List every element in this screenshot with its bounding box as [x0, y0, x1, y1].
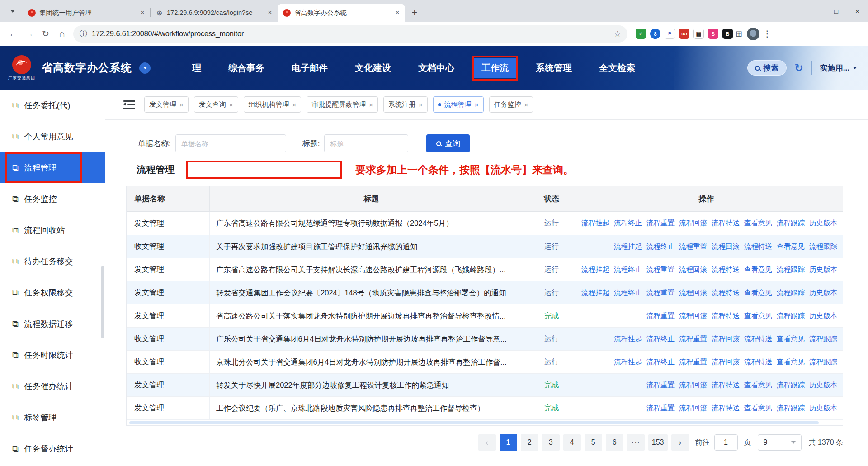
op-link[interactable]: 流程回滚	[712, 357, 740, 367]
op-link[interactable]: 流程挂起	[581, 219, 609, 228]
op-link[interactable]: 查看意见	[777, 357, 805, 367]
op-link[interactable]: 流程特送	[712, 265, 740, 275]
sidebar-scrollbar[interactable]	[101, 266, 104, 338]
op-link[interactable]: 流程跟踪	[809, 357, 837, 367]
op-link[interactable]: 查看意见	[744, 288, 772, 298]
page-button[interactable]: ‹	[478, 434, 496, 451]
user-menu[interactable]: 实施用...	[820, 63, 857, 73]
nav-item[interactable]: 理	[185, 58, 208, 78]
op-link[interactable]: 流程特送	[712, 380, 740, 390]
workspace-tab-chip[interactable]: 审批提醒屏蔽管理 ×	[307, 96, 378, 113]
op-link[interactable]: 流程回滚	[679, 380, 707, 390]
close-icon[interactable]: ×	[369, 101, 373, 109]
tab-close-icon[interactable]: ×	[394, 8, 401, 17]
back-icon[interactable]	[5, 26, 21, 42]
op-link[interactable]: 查看意见	[744, 404, 772, 413]
profile-avatar[interactable]	[747, 28, 760, 40]
extensions-puzzle-icon[interactable]	[736, 29, 742, 39]
nav-item[interactable]: 文化建设	[348, 58, 398, 78]
op-link[interactable]: 流程重置	[679, 242, 707, 252]
op-link[interactable]: 流程跟踪	[809, 334, 837, 344]
chevron-down-icon[interactable]	[139, 62, 151, 74]
op-link[interactable]: 流程终止	[646, 357, 675, 367]
op-link[interactable]: 流程跟踪	[777, 219, 805, 228]
op-link[interactable]: 流程重置	[646, 265, 675, 275]
tab-search-chevron-icon[interactable]	[6, 5, 19, 18]
page-button[interactable]: 5	[585, 434, 602, 451]
workspace-tab-chip[interactable]: 系统注册 ×	[383, 96, 428, 113]
sidebar-item[interactable]: ⧉ 流程数据迁移	[0, 308, 105, 339]
browser-tab[interactable]: 172.29.6.9:9092/cas/login?se ×	[150, 4, 278, 22]
op-link[interactable]: 历史版本	[809, 288, 837, 298]
page-button[interactable]: 4	[563, 434, 581, 451]
op-link[interactable]: 流程回滚	[679, 288, 707, 298]
op-link[interactable]: 流程回滚	[712, 242, 740, 252]
op-link[interactable]: 流程特送	[744, 334, 772, 344]
op-link[interactable]: 流程回滚	[679, 404, 707, 413]
op-link[interactable]: 流程重置	[646, 311, 675, 321]
op-link[interactable]: 流程特送	[744, 357, 772, 367]
op-link[interactable]: 流程回滚	[679, 265, 707, 275]
nav-item[interactable]: 电子邮件	[284, 58, 335, 78]
op-link[interactable]: 查看意见	[777, 334, 805, 344]
page-button[interactable]: 6	[606, 434, 623, 451]
sidebar-item[interactable]: ⧉ 个人常用意见	[0, 121, 105, 152]
op-link[interactable]: 流程特送	[712, 311, 740, 321]
nav-item[interactable]: 综合事务	[221, 58, 272, 78]
op-link[interactable]: 流程跟踪	[777, 404, 805, 413]
page-button[interactable]: ›	[671, 434, 689, 451]
page-button[interactable]: 2	[521, 434, 538, 451]
op-link[interactable]: 流程特送	[712, 404, 740, 413]
address-bar[interactable]: 172.29.6.61:20080/#/workflow/process_mon…	[73, 25, 627, 43]
sidebar-item[interactable]: ⧉ 流程管理	[0, 152, 105, 183]
window-minimize-button[interactable]: –	[804, 0, 826, 22]
workspace-tab-chip[interactable]: 发文管理 ×	[144, 96, 189, 113]
new-tab-button[interactable]: +	[408, 6, 421, 19]
bookmark-star-icon[interactable]	[614, 29, 621, 39]
home-icon[interactable]	[54, 26, 70, 42]
reload-icon[interactable]	[38, 26, 53, 42]
close-icon[interactable]: ×	[229, 101, 233, 109]
op-link[interactable]: 流程重置	[679, 334, 707, 344]
sidebar-item[interactable]: ⧉ 标签管理	[0, 402, 105, 433]
close-icon[interactable]: ×	[292, 101, 297, 109]
sidebar-item[interactable]: ⧉ 任务监控	[0, 183, 105, 214]
op-link[interactable]: 历史版本	[809, 404, 837, 413]
op-link[interactable]: 查看意见	[744, 311, 772, 321]
page-button[interactable]: 153	[648, 434, 668, 451]
nav-item[interactable]: 工作流	[474, 58, 516, 78]
doc-name-input[interactable]	[175, 134, 286, 152]
window-close-button[interactable]: ×	[847, 0, 868, 22]
op-link[interactable]: 流程回滚	[679, 311, 707, 321]
op-link[interactable]: 流程终止	[646, 334, 675, 344]
browser-extension-icon[interactable]: S	[708, 29, 718, 39]
browser-menu-icon[interactable]	[760, 29, 774, 39]
window-maximize-button[interactable]: □	[826, 0, 847, 22]
op-link[interactable]: 流程回滚	[712, 334, 740, 344]
op-link[interactable]: 查看意见	[744, 380, 772, 390]
sidebar-item[interactable]: ⧉ 流程回收站	[0, 214, 105, 246]
close-icon[interactable]: ×	[524, 101, 528, 109]
browser-extension-icon[interactable]: uO	[679, 29, 689, 39]
nav-item[interactable]: 全文检索	[592, 58, 642, 78]
page-button[interactable]: ···	[627, 434, 645, 451]
op-link[interactable]: 历史版本	[809, 265, 837, 275]
op-link[interactable]: 流程挂起	[614, 334, 642, 344]
op-link[interactable]: 流程跟踪	[777, 288, 805, 298]
tab-close-icon[interactable]: ×	[139, 8, 146, 17]
close-icon[interactable]: ×	[179, 101, 184, 109]
op-link[interactable]: 流程终止	[646, 242, 675, 252]
workspace-tab-chip[interactable]: 组织机构管理 ×	[244, 96, 302, 113]
op-link[interactable]: 流程重置	[646, 288, 675, 298]
menu-fold-icon[interactable]	[123, 100, 135, 109]
forward-icon[interactable]	[22, 26, 37, 42]
op-link[interactable]: 流程回滚	[679, 219, 707, 228]
op-link[interactable]: 历史版本	[809, 219, 837, 228]
tab-close-icon[interactable]: ×	[267, 8, 273, 17]
op-link[interactable]: 查看意见	[777, 242, 805, 252]
op-link[interactable]: 历史版本	[809, 380, 837, 390]
op-link[interactable]: 流程特送	[744, 242, 772, 252]
close-icon[interactable]: ×	[475, 101, 479, 109]
goto-page-input[interactable]	[714, 434, 738, 451]
op-link[interactable]: 查看意见	[744, 265, 772, 275]
